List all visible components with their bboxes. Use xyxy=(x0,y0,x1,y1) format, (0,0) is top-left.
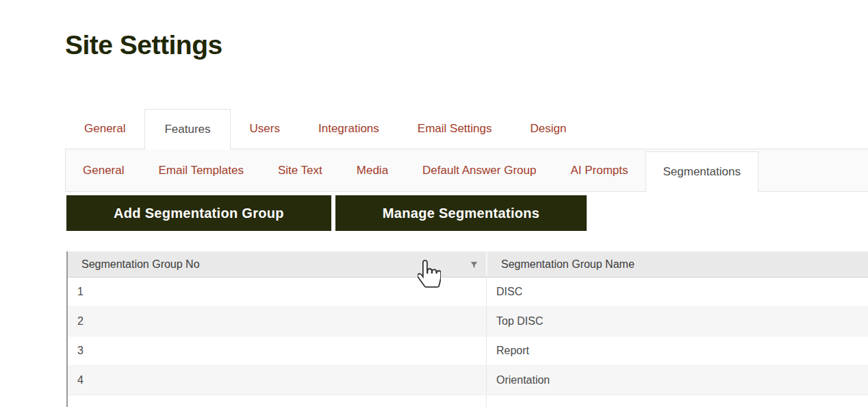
tab-users[interactable]: Users xyxy=(231,109,299,149)
column-header-label: Segmentation Group Name xyxy=(501,258,635,270)
subtab-general[interactable]: General xyxy=(66,151,141,191)
table-row[interactable]: 3 Report xyxy=(68,336,868,366)
filter-funnel-icon[interactable] xyxy=(468,259,479,270)
cell-group-name: Top DISC xyxy=(486,307,868,336)
column-header-label: Segmentation Group No xyxy=(81,258,200,270)
features-subtab-bar: General Email Templates Site Text Media … xyxy=(65,149,868,192)
cell-empty xyxy=(486,395,868,407)
subtab-ai-prompts[interactable]: AI Prompts xyxy=(553,151,645,191)
segmentation-actions: Add Segmentation Group Manage Segmentati… xyxy=(66,195,591,231)
column-header-segmentation-group-no[interactable]: Segmentation Group No xyxy=(68,251,486,277)
table-row-partial xyxy=(68,395,868,407)
subtab-default-answer-group[interactable]: Default Answer Group xyxy=(405,151,553,191)
table-row[interactable]: 2 Top DISC xyxy=(68,307,868,336)
cell-group-name: DISC xyxy=(486,278,868,306)
subtab-segmentations[interactable]: Segmentations xyxy=(646,151,758,192)
cell-empty xyxy=(68,395,486,407)
tab-design[interactable]: Design xyxy=(511,109,586,149)
column-header-segmentation-group-name[interactable]: Segmentation Group Name xyxy=(486,251,868,277)
cell-group-no: 2 xyxy=(68,307,486,336)
tab-integrations[interactable]: Integrations xyxy=(299,109,398,149)
cell-group-name: Orientation xyxy=(486,366,868,395)
cell-group-no: 4 xyxy=(68,366,486,395)
page-title: Site Settings xyxy=(65,30,222,60)
tab-email-settings[interactable]: Email Settings xyxy=(398,109,511,149)
tab-features[interactable]: Features xyxy=(144,109,230,149)
cell-group-no: 1 xyxy=(68,278,486,306)
subtab-email-templates[interactable]: Email Templates xyxy=(141,151,260,191)
cell-group-name: Report xyxy=(486,336,868,365)
table-row[interactable]: 1 DISC xyxy=(68,278,868,307)
cell-group-no: 3 xyxy=(68,336,486,365)
subtab-media[interactable]: Media xyxy=(340,151,405,191)
manage-segmentations-button[interactable]: Manage Segmentations xyxy=(335,195,587,231)
primary-tab-bar: General Features Users Integrations Emai… xyxy=(65,109,868,149)
segmentation-groups-table: Segmentation Group No Segmentation Group… xyxy=(66,251,868,407)
add-segmentation-group-button[interactable]: Add Segmentation Group xyxy=(66,195,331,231)
tab-general[interactable]: General xyxy=(65,109,144,149)
site-settings-page: Site Settings General Features Users Int… xyxy=(0,0,868,407)
table-row[interactable]: 4 Orientation xyxy=(68,366,868,395)
subtab-site-text[interactable]: Site Text xyxy=(261,151,340,191)
table-header-row: Segmentation Group No Segmentation Group… xyxy=(68,251,868,278)
